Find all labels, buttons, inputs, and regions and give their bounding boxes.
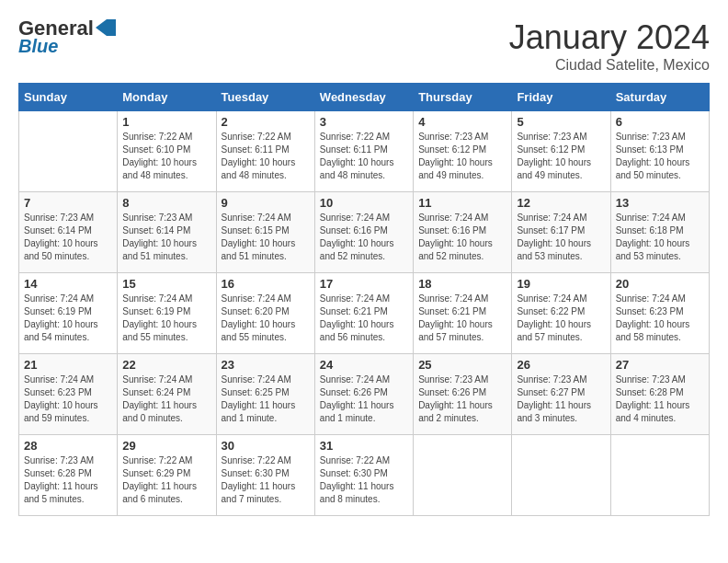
calendar-day-cell [512, 435, 610, 516]
column-header-sunday: Sunday [19, 84, 118, 111]
calendar-day-cell: 30Sunrise: 7:22 AM Sunset: 6:30 PM Dayli… [216, 435, 314, 516]
day-info: Sunrise: 7:23 AM Sunset: 6:13 PM Dayligh… [616, 131, 704, 182]
calendar-day-cell: 1Sunrise: 7:22 AM Sunset: 6:10 PM Daylig… [118, 111, 216, 192]
logo-icon [96, 19, 116, 36]
calendar-day-cell: 4Sunrise: 7:23 AM Sunset: 6:12 PM Daylig… [414, 111, 512, 192]
day-info: Sunrise: 7:24 AM Sunset: 6:25 PM Dayligh… [222, 373, 310, 425]
day-info: Sunrise: 7:23 AM Sunset: 6:12 PM Dayligh… [517, 131, 605, 182]
column-header-monday: Monday [118, 84, 216, 111]
day-number: 16 [222, 277, 310, 291]
day-info: Sunrise: 7:23 AM Sunset: 6:14 PM Dayligh… [24, 212, 112, 263]
calendar-day-cell: 16Sunrise: 7:24 AM Sunset: 6:20 PM Dayli… [216, 273, 314, 354]
calendar-week-row: 28Sunrise: 7:23 AM Sunset: 6:28 PM Dayli… [19, 435, 710, 516]
day-info: Sunrise: 7:22 AM Sunset: 6:30 PM Dayligh… [320, 454, 408, 506]
day-info: Sunrise: 7:24 AM Sunset: 6:20 PM Dayligh… [222, 293, 310, 344]
day-info: Sunrise: 7:24 AM Sunset: 6:22 PM Dayligh… [517, 293, 605, 344]
location-subtitle: Ciudad Satelite, Mexico [509, 57, 710, 74]
day-info: Sunrise: 7:23 AM Sunset: 6:12 PM Dayligh… [418, 131, 506, 182]
calendar-day-cell: 11Sunrise: 7:24 AM Sunset: 6:16 PM Dayli… [414, 192, 512, 273]
day-number: 8 [122, 196, 210, 210]
calendar-day-cell: 12Sunrise: 7:24 AM Sunset: 6:17 PM Dayli… [512, 192, 610, 273]
svg-marker-0 [96, 19, 116, 36]
calendar-day-cell [19, 111, 118, 192]
day-number: 9 [222, 196, 310, 210]
column-header-tuesday: Tuesday [216, 84, 314, 111]
calendar-day-cell: 25Sunrise: 7:23 AM Sunset: 6:26 PM Dayli… [414, 354, 512, 435]
day-number: 3 [320, 115, 408, 129]
calendar-day-cell: 13Sunrise: 7:24 AM Sunset: 6:18 PM Dayli… [610, 192, 709, 273]
day-number: 24 [320, 358, 408, 372]
calendar-day-cell [414, 435, 512, 516]
calendar-day-cell: 26Sunrise: 7:23 AM Sunset: 6:27 PM Dayli… [512, 354, 610, 435]
day-info: Sunrise: 7:24 AM Sunset: 6:17 PM Dayligh… [517, 212, 605, 263]
day-info: Sunrise: 7:22 AM Sunset: 6:11 PM Dayligh… [320, 131, 408, 182]
day-number: 1 [122, 115, 210, 129]
calendar-day-cell: 3Sunrise: 7:22 AM Sunset: 6:11 PM Daylig… [314, 111, 413, 192]
day-number: 27 [616, 358, 704, 372]
day-number: 17 [320, 277, 408, 291]
column-header-thursday: Thursday [414, 84, 512, 111]
day-number: 19 [517, 277, 605, 291]
month-year-title: January 2024 [509, 18, 710, 57]
day-number: 7 [24, 196, 112, 210]
calendar-week-row: 7Sunrise: 7:23 AM Sunset: 6:14 PM Daylig… [19, 192, 710, 273]
day-number: 25 [418, 358, 506, 372]
calendar-day-cell: 19Sunrise: 7:24 AM Sunset: 6:22 PM Dayli… [512, 273, 610, 354]
day-info: Sunrise: 7:24 AM Sunset: 6:21 PM Dayligh… [418, 293, 506, 344]
day-number: 14 [24, 277, 112, 291]
calendar-day-cell: 15Sunrise: 7:24 AM Sunset: 6:19 PM Dayli… [118, 273, 216, 354]
day-number: 26 [517, 358, 605, 372]
calendar-day-cell: 21Sunrise: 7:24 AM Sunset: 6:23 PM Dayli… [19, 354, 118, 435]
day-info: Sunrise: 7:23 AM Sunset: 6:28 PM Dayligh… [616, 373, 704, 425]
day-info: Sunrise: 7:24 AM Sunset: 6:18 PM Dayligh… [616, 212, 704, 263]
calendar-day-cell: 6Sunrise: 7:23 AM Sunset: 6:13 PM Daylig… [610, 111, 709, 192]
calendar-day-cell: 29Sunrise: 7:22 AM Sunset: 6:29 PM Dayli… [118, 435, 216, 516]
calendar-day-cell: 27Sunrise: 7:23 AM Sunset: 6:28 PM Dayli… [610, 354, 709, 435]
day-number: 28 [24, 439, 112, 453]
day-number: 12 [517, 196, 605, 210]
day-info: Sunrise: 7:23 AM Sunset: 6:28 PM Dayligh… [24, 454, 112, 506]
day-number: 6 [616, 115, 704, 129]
day-number: 23 [222, 358, 310, 372]
day-number: 22 [122, 358, 210, 372]
calendar-day-cell: 9Sunrise: 7:24 AM Sunset: 6:15 PM Daylig… [216, 192, 314, 273]
day-number: 15 [122, 277, 210, 291]
calendar-week-row: 14Sunrise: 7:24 AM Sunset: 6:19 PM Dayli… [19, 273, 710, 354]
day-number: 13 [616, 196, 704, 210]
calendar-day-cell: 2Sunrise: 7:22 AM Sunset: 6:11 PM Daylig… [216, 111, 314, 192]
calendar-day-cell: 10Sunrise: 7:24 AM Sunset: 6:16 PM Dayli… [314, 192, 413, 273]
day-number: 2 [222, 115, 310, 129]
day-info: Sunrise: 7:23 AM Sunset: 6:26 PM Dayligh… [418, 373, 506, 425]
day-number: 29 [122, 439, 210, 453]
day-info: Sunrise: 7:24 AM Sunset: 6:23 PM Dayligh… [616, 293, 704, 344]
day-number: 4 [418, 115, 506, 129]
day-info: Sunrise: 7:22 AM Sunset: 6:11 PM Dayligh… [222, 131, 310, 182]
calendar-day-cell: 20Sunrise: 7:24 AM Sunset: 6:23 PM Dayli… [610, 273, 709, 354]
day-info: Sunrise: 7:22 AM Sunset: 6:10 PM Dayligh… [122, 131, 210, 182]
calendar-day-cell: 23Sunrise: 7:24 AM Sunset: 6:25 PM Dayli… [216, 354, 314, 435]
day-info: Sunrise: 7:24 AM Sunset: 6:23 PM Dayligh… [24, 373, 112, 425]
calendar-table: SundayMondayTuesdayWednesdayThursdayFrid… [18, 83, 710, 516]
day-info: Sunrise: 7:24 AM Sunset: 6:21 PM Dayligh… [320, 293, 408, 344]
column-header-wednesday: Wednesday [314, 84, 413, 111]
day-info: Sunrise: 7:24 AM Sunset: 6:26 PM Dayligh… [320, 373, 408, 425]
calendar-day-cell: 5Sunrise: 7:23 AM Sunset: 6:12 PM Daylig… [512, 111, 610, 192]
page-header: General Blue January 2024 Ciudad Satelit… [18, 18, 710, 74]
day-info: Sunrise: 7:24 AM Sunset: 6:16 PM Dayligh… [320, 212, 408, 263]
title-block: January 2024 Ciudad Satelite, Mexico [509, 18, 710, 74]
calendar-day-cell: 18Sunrise: 7:24 AM Sunset: 6:21 PM Dayli… [414, 273, 512, 354]
calendar-day-cell: 14Sunrise: 7:24 AM Sunset: 6:19 PM Dayli… [19, 273, 118, 354]
day-info: Sunrise: 7:22 AM Sunset: 6:29 PM Dayligh… [122, 454, 210, 506]
calendar-day-cell: 24Sunrise: 7:24 AM Sunset: 6:26 PM Dayli… [314, 354, 413, 435]
calendar-day-cell: 31Sunrise: 7:22 AM Sunset: 6:30 PM Dayli… [314, 435, 413, 516]
day-info: Sunrise: 7:24 AM Sunset: 6:24 PM Dayligh… [122, 373, 210, 425]
calendar-day-cell: 8Sunrise: 7:23 AM Sunset: 6:14 PM Daylig… [118, 192, 216, 273]
day-info: Sunrise: 7:24 AM Sunset: 6:16 PM Dayligh… [418, 212, 506, 263]
day-info: Sunrise: 7:24 AM Sunset: 6:19 PM Dayligh… [122, 293, 210, 344]
calendar-header-row: SundayMondayTuesdayWednesdayThursdayFrid… [19, 84, 710, 111]
day-number: 31 [320, 439, 408, 453]
day-number: 11 [418, 196, 506, 210]
day-number: 30 [222, 439, 310, 453]
day-number: 5 [517, 115, 605, 129]
day-info: Sunrise: 7:23 AM Sunset: 6:14 PM Dayligh… [122, 212, 210, 263]
